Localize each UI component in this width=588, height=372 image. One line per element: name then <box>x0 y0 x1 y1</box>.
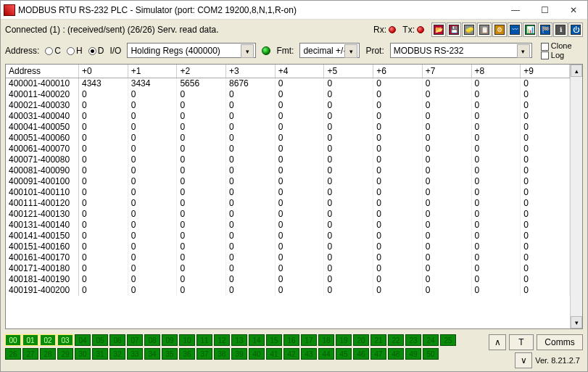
value-cell[interactable]: 0 <box>226 176 276 187</box>
value-cell[interactable]: 0 <box>471 187 521 198</box>
addr-cell[interactable]: 400011-400020 <box>6 89 79 100</box>
value-cell[interactable]: 0 <box>275 198 324 209</box>
value-cell[interactable]: 0 <box>79 187 128 198</box>
addr-cell[interactable]: 400071-400080 <box>6 154 79 165</box>
value-cell[interactable]: 0 <box>79 165 128 176</box>
value-cell[interactable]: 0 <box>275 209 324 220</box>
value-cell[interactable]: 0 <box>471 89 521 100</box>
value-cell[interactable]: 0 <box>521 285 570 296</box>
value-cell[interactable]: 8676 <box>226 78 276 89</box>
node-08[interactable]: 08 <box>144 334 160 346</box>
value-cell[interactable]: 0 <box>324 198 373 209</box>
value-cell[interactable]: 0 <box>128 274 177 285</box>
address-radio-c[interactable]: C <box>45 46 61 56</box>
wave-button[interactable]: 〰 <box>508 22 522 37</box>
value-cell[interactable]: 0 <box>226 263 276 274</box>
minimize-button[interactable]: — <box>508 4 523 17</box>
flag-button[interactable]: 🏁 <box>538 22 552 37</box>
value-cell[interactable]: 0 <box>422 122 471 133</box>
addr-cell[interactable]: 400051-400060 <box>6 133 79 144</box>
value-cell[interactable]: 0 <box>275 252 324 263</box>
addr-cell[interactable]: 400041-400050 <box>6 122 79 133</box>
value-cell[interactable]: 0 <box>373 176 423 187</box>
value-cell[interactable]: 0 <box>422 176 471 187</box>
register-select[interactable]: Holding Regs (400000) <box>127 43 256 58</box>
node-31[interactable]: 31 <box>92 348 108 360</box>
value-cell[interactable]: 0 <box>275 78 324 89</box>
value-cell[interactable]: 0 <box>324 133 373 144</box>
page-down-button[interactable]: ∨ <box>515 352 532 368</box>
value-cell[interactable]: 0 <box>471 231 521 241</box>
node-04[interactable]: 04 <box>75 334 91 346</box>
node-12[interactable]: 12 <box>214 334 230 346</box>
value-cell[interactable]: 0 <box>275 176 324 187</box>
value-cell[interactable]: 0 <box>521 252 570 263</box>
value-cell[interactable]: 0 <box>177 209 226 220</box>
value-cell[interactable]: 0 <box>422 154 471 165</box>
save-button[interactable]: 💾 <box>447 22 461 37</box>
value-cell[interactable]: 0 <box>422 78 471 89</box>
node-00[interactable]: 00 <box>5 334 21 346</box>
address-radio-d[interactable]: D <box>88 46 104 56</box>
value-cell[interactable]: 5656 <box>177 78 226 89</box>
addr-cell[interactable]: 400101-400110 <box>6 187 79 198</box>
value-cell[interactable]: 0 <box>128 100 177 111</box>
node-22[interactable]: 22 <box>388 334 404 346</box>
value-cell[interactable]: 0 <box>373 133 423 144</box>
value-cell[interactable]: 0 <box>275 231 324 241</box>
node-30[interactable]: 30 <box>75 348 91 360</box>
open-button[interactable]: 📂 <box>431 22 446 37</box>
value-cell[interactable]: 0 <box>324 187 373 198</box>
node-14[interactable]: 14 <box>249 334 265 346</box>
value-cell[interactable]: 0 <box>373 220 423 231</box>
value-cell[interactable]: 0 <box>177 144 226 154</box>
addr-cell[interactable]: 400171-400180 <box>6 263 79 274</box>
value-cell[interactable]: 0 <box>373 241 423 252</box>
node-17[interactable]: 17 <box>301 334 317 346</box>
value-cell[interactable]: 0 <box>128 144 177 154</box>
chart-button[interactable]: 📊 <box>523 22 537 37</box>
value-cell[interactable]: 0 <box>324 100 373 111</box>
addr-cell[interactable]: 400151-400160 <box>6 241 79 252</box>
value-cell[interactable]: 0 <box>79 220 128 231</box>
addr-cell[interactable]: 400081-400090 <box>6 165 79 176</box>
value-cell[interactable]: 0 <box>324 285 373 296</box>
value-cell[interactable]: 0 <box>79 231 128 241</box>
value-cell[interactable]: 0 <box>521 100 570 111</box>
node-21[interactable]: 21 <box>370 334 386 346</box>
value-cell[interactable]: 0 <box>521 231 570 241</box>
value-cell[interactable]: 0 <box>471 111 521 122</box>
value-cell[interactable]: 0 <box>521 89 570 100</box>
node-38[interactable]: 38 <box>214 348 230 360</box>
value-cell[interactable]: 0 <box>324 176 373 187</box>
value-cell[interactable]: 0 <box>275 220 324 231</box>
addr-cell[interactable]: 400091-400100 <box>6 176 79 187</box>
value-cell[interactable]: 0 <box>373 285 423 296</box>
value-cell[interactable]: 0 <box>324 263 373 274</box>
value-cell[interactable]: 0 <box>373 231 423 241</box>
value-cell[interactable]: 0 <box>373 209 423 220</box>
value-cell[interactable]: 0 <box>177 187 226 198</box>
value-cell[interactable]: 0 <box>177 263 226 274</box>
value-cell[interactable]: 0 <box>422 100 471 111</box>
node-07[interactable]: 07 <box>127 334 143 346</box>
value-cell[interactable]: 0 <box>226 252 276 263</box>
value-cell[interactable]: 0 <box>324 231 373 241</box>
value-cell[interactable]: 0 <box>226 144 276 154</box>
value-cell[interactable]: 0 <box>422 220 471 231</box>
value-cell[interactable]: 0 <box>324 154 373 165</box>
value-cell[interactable]: 0 <box>471 133 521 144</box>
value-cell[interactable]: 0 <box>373 274 423 285</box>
node-28[interactable]: 28 <box>40 348 56 360</box>
value-cell[interactable]: 0 <box>128 231 177 241</box>
value-cell[interactable]: 0 <box>422 252 471 263</box>
value-cell[interactable]: 0 <box>373 122 423 133</box>
erase-button[interactable]: 🧽 <box>462 22 476 37</box>
value-cell[interactable]: 0 <box>471 144 521 154</box>
col-header[interactable]: +8 <box>471 65 521 78</box>
value-cell[interactable]: 0 <box>422 241 471 252</box>
value-cell[interactable]: 0 <box>79 122 128 133</box>
value-cell[interactable]: 0 <box>226 198 276 209</box>
value-cell[interactable]: 0 <box>226 209 276 220</box>
value-cell[interactable]: 0 <box>226 231 276 241</box>
